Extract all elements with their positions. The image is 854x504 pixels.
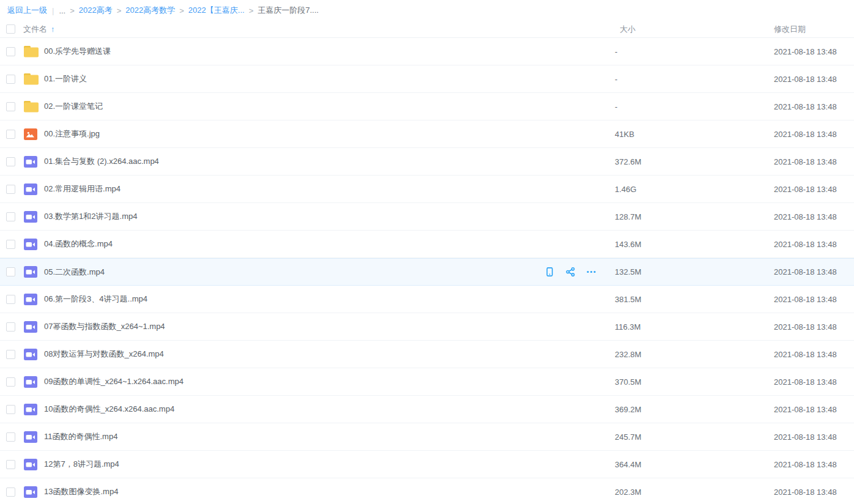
folder-icon [23,100,39,113]
select-all-checkbox[interactable] [6,24,15,34]
row-checkbox[interactable] [6,157,15,166]
breadcrumb-link-1[interactable]: 2022高考 [79,5,113,16]
file-size: 381.5M [607,295,774,304]
table-row[interactable]: 07幂函数与指数函数_x264~1.mp4 [0,313,854,341]
row-checkbox[interactable] [6,350,15,359]
row-checkbox[interactable] [6,377,15,387]
file-date: 2021-08-18 13:48 [774,240,854,249]
file-size: - [607,102,774,111]
file-name[interactable]: 00.乐学先导赠送课 [44,46,607,57]
row-checkbox[interactable] [6,130,15,139]
file-name[interactable]: 05.二次函数.mp4 [44,267,544,278]
breadcrumb-back-link[interactable]: 返回上一级 [7,5,47,16]
video-file-icon [23,376,38,388]
file-name[interactable]: 10函数的奇偶性_x264.x264.aac.mp4 [44,404,607,415]
file-size: 1.46G [607,185,774,194]
column-header-date[interactable]: 修改日期 [774,24,854,35]
row-checkbox[interactable] [6,487,15,497]
file-name[interactable]: 00.注意事项.jpg [44,128,607,139]
table-row[interactable]: 02.一阶课堂笔记 [0,93,854,120]
file-name[interactable]: 13函数图像变换.mp4 [44,486,607,497]
row-checkbox[interactable] [6,212,15,221]
file-name[interactable]: 09函数的单调性_x264~1.x264.aac.mp4 [44,376,607,387]
file-date: 2021-08-18 13:48 [774,322,854,332]
file-name[interactable]: 04.函数的概念.mp4 [44,239,607,250]
table-row[interactable]: 02.常用逻辑用语.mp4 [0,176,854,203]
row-checkbox[interactable] [6,460,15,469]
folder-icon [23,72,39,86]
file-size: 128.7M [607,212,774,221]
video-file-icon [23,321,38,333]
phone-download-icon[interactable] [544,267,555,277]
file-size: 232.8M [607,350,774,359]
table-row[interactable]: 06.第一阶段3、4讲习题..mp4 [0,286,854,313]
file-date: 2021-08-18 13:48 [774,487,854,497]
sort-ascending-icon[interactable]: ↑ [51,24,55,34]
row-checkbox[interactable] [6,295,15,304]
row-actions [544,267,607,277]
row-checkbox[interactable] [6,185,15,194]
file-list: 00.乐学先导赠送课 [0,38,854,504]
video-file-icon [23,348,38,361]
file-name[interactable]: 01.集合与复数 (2).x264.aac.mp4 [44,156,607,167]
file-size: - [607,75,774,84]
file-size: - [607,47,774,56]
row-checkbox[interactable] [6,240,15,249]
table-row[interactable]: 01.一阶讲义 [0,65,854,93]
file-date: 2021-08-18 13:48 [774,75,854,84]
row-checkbox[interactable] [6,322,15,332]
file-date: 2021-08-18 13:48 [774,47,854,56]
table-row[interactable]: 00.注意事项.jpg [0,120,854,148]
breadcrumb-link-2[interactable]: 2022高考数学 [125,5,175,16]
column-header-filename[interactable]: 文件名 [23,24,47,35]
video-file-icon [23,486,38,498]
breadcrumb-divider: | [52,6,54,15]
row-checkbox[interactable] [6,102,15,111]
table-row[interactable]: 12第7，8讲习题.mp4 [0,451,854,478]
table-row[interactable]: 13函数图像变换.mp4 [0,478,854,504]
file-size: 202.3M [607,487,774,497]
table-row[interactable]: 03.数学第1和2讲习题.mp4 [0,203,854,231]
video-file-icon [23,431,38,443]
file-size: 132.5M [607,267,774,276]
table-row[interactable]: 00.乐学先导赠送课 [0,38,854,65]
breadcrumb-link-3[interactable]: 2022【王嘉庆... [188,5,245,16]
table-row[interactable]: 08对数运算与对数函数_x264.mp4 [0,341,854,368]
file-date: 2021-08-18 13:48 [774,102,854,111]
file-name[interactable]: 02.一阶课堂笔记 [44,101,607,112]
file-name[interactable]: 02.常用逻辑用语.mp4 [44,183,607,195]
row-checkbox[interactable] [6,267,15,276]
column-header-size[interactable]: 大小 [607,24,774,35]
share-icon[interactable] [565,267,576,277]
file-size: 245.7M [607,432,774,442]
row-checkbox[interactable] [6,432,15,442]
file-date: 2021-08-18 13:48 [774,350,854,359]
row-checkbox[interactable] [6,75,15,84]
table-row[interactable]: 09函数的单调性_x264~1.x264.aac.mp4 [0,368,854,396]
table-row[interactable]: 01.集合与复数 (2).x264.aac.mp4 [0,148,854,176]
file-date: 2021-08-18 13:48 [774,432,854,442]
video-file-icon [23,265,38,278]
file-name[interactable]: 12第7，8讲习题.mp4 [44,459,607,470]
file-size: 364.4M [607,460,774,469]
file-name[interactable]: 08对数运算与对数函数_x264.mp4 [44,349,607,360]
file-date: 2021-08-18 13:48 [774,157,854,166]
file-name[interactable]: 01.一阶讲义 [44,73,607,84]
table-row[interactable]: 04.函数的概念.mp4 [0,231,854,258]
table-row[interactable]: 05.二次函数.mp4 [0,258,854,286]
file-name[interactable]: 03.数学第1和2讲习题.mp4 [44,211,607,222]
file-size: 143.6M [607,240,774,249]
row-checkbox[interactable] [6,405,15,414]
breadcrumb-collapsed[interactable]: ... [59,6,65,15]
row-checkbox[interactable] [6,47,15,56]
table-row[interactable]: 10函数的奇偶性_x264.x264.aac.mp4 [0,396,854,423]
file-name[interactable]: 06.第一阶段3、4讲习题..mp4 [44,294,607,305]
file-name[interactable]: 07幂函数与指数函数_x264~1.mp4 [44,321,607,332]
file-name[interactable]: 11函数的奇偶性.mp4 [44,431,607,442]
video-file-icon [23,293,38,306]
table-row[interactable]: 11函数的奇偶性.mp4 [0,423,854,451]
folder-icon [23,45,39,58]
breadcrumb-separator: > [117,6,122,15]
breadcrumb: 返回上一级 | ... > 2022高考 > 2022高考数学 > 2022【王… [0,0,854,21]
more-actions-icon[interactable] [586,267,596,277]
